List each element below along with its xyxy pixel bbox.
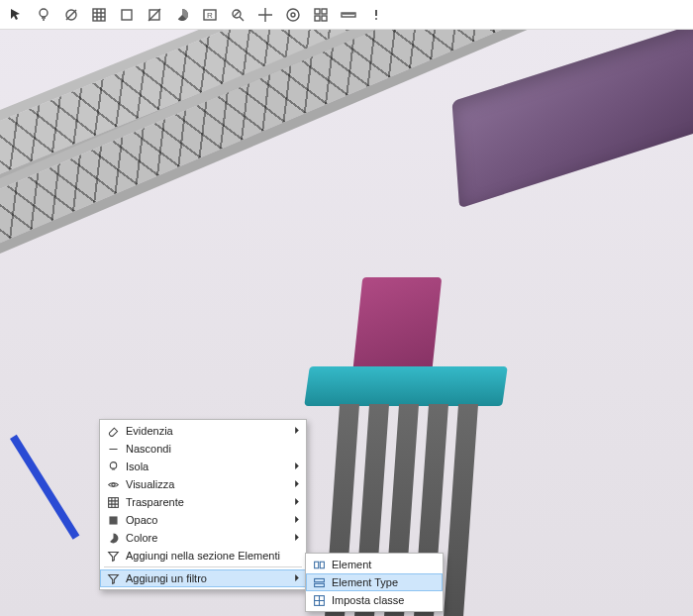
menu-separator	[104, 566, 302, 567]
class-icon	[310, 592, 328, 608]
pier-cap	[304, 366, 508, 406]
svg-rect-10	[315, 9, 320, 14]
chevron-right-icon	[290, 425, 300, 437]
top-toolbar: R	[0, 0, 693, 30]
svg-point-9	[291, 13, 295, 17]
svg-rect-11	[322, 9, 327, 14]
ctx-label: Colore	[126, 532, 290, 544]
ctx-label: Opaco	[126, 514, 290, 526]
minus-icon	[104, 441, 122, 457]
svg-point-15	[375, 18, 377, 20]
ctx-label: Evidenzia	[126, 425, 290, 437]
svg-rect-13	[322, 16, 327, 21]
svg-rect-22	[314, 578, 324, 581]
chevron-right-icon	[290, 532, 300, 544]
svg-rect-20	[314, 562, 318, 568]
sub-item-element[interactable]: Element	[306, 556, 443, 573]
highlight-icon	[104, 423, 122, 439]
svg-rect-12	[315, 16, 320, 21]
square-icon	[104, 512, 122, 528]
context-submenu: Element Element Type Imposta classe	[305, 553, 444, 612]
f-circle-icon[interactable]	[283, 5, 303, 25]
svg-rect-19	[109, 516, 117, 524]
svg-point-0	[40, 9, 48, 17]
selected-strut	[10, 435, 79, 540]
chevron-right-icon	[290, 496, 300, 508]
ctx-label: Aggiungi un filtro	[126, 572, 290, 584]
bridge-deck-box	[451, 30, 693, 208]
chevron-right-icon	[290, 478, 300, 490]
sub-item-imposta-classe[interactable]: Imposta classe	[306, 591, 443, 609]
ctx-label: Trasparente	[126, 496, 290, 508]
ctx-label: Visualizza	[126, 478, 290, 490]
square-slash-icon[interactable]	[145, 5, 164, 25]
svg-rect-18	[108, 497, 118, 507]
ruler-icon[interactable]	[339, 5, 358, 25]
svg-text:R: R	[207, 11, 213, 20]
grid-icon[interactable]	[89, 5, 109, 25]
sub-label: Element	[332, 559, 437, 570]
svg-rect-23	[314, 583, 324, 586]
grid2-icon[interactable]	[311, 5, 331, 25]
svg-point-16	[110, 462, 117, 468]
sub-item-element-type[interactable]: Element Type	[306, 573, 443, 591]
pie-icon	[104, 530, 122, 546]
pie-icon[interactable]	[172, 5, 192, 25]
exclaim-icon[interactable]	[366, 5, 386, 25]
ctx-item-opaco[interactable]: Opaco	[100, 511, 306, 529]
chevron-right-icon	[290, 514, 300, 526]
chevron-right-icon	[290, 461, 300, 472]
context-menu: Evidenzia Nascondi Isola Visualizza Tras…	[99, 419, 307, 590]
ctx-item-nascondi[interactable]: Nascondi	[100, 440, 306, 458]
square-icon[interactable]	[117, 5, 137, 25]
ctx-item-add-filter[interactable]: Aggiungi un filtro	[100, 569, 306, 587]
lightbulb-icon[interactable]	[34, 5, 53, 25]
lightbulb-icon	[104, 459, 122, 474]
chevron-right-icon	[290, 572, 300, 584]
ctx-item-colore[interactable]: Colore	[100, 529, 306, 547]
svg-rect-21	[320, 562, 324, 568]
magnify-icon[interactable]	[228, 5, 248, 25]
ctx-label: Aggiungi nella sezione Elementi	[126, 550, 290, 562]
crosshair-icon[interactable]	[255, 5, 275, 25]
filter-plus-icon	[104, 548, 122, 564]
ctx-item-trasparente[interactable]: Trasparente	[100, 493, 306, 511]
element-icon	[310, 557, 328, 572]
svg-point-8	[287, 9, 299, 21]
ctx-item-isola[interactable]: Isola	[100, 458, 306, 475]
cursor-icon[interactable]	[6, 5, 26, 25]
ctx-item-visualizza[interactable]: Visualizza	[100, 475, 306, 493]
grid-icon	[104, 494, 122, 510]
slash-icon[interactable]	[61, 5, 81, 25]
svg-rect-2	[93, 9, 105, 21]
element-type-icon	[310, 574, 328, 590]
sub-label: Element Type	[332, 576, 437, 588]
ctx-label: Isola	[126, 461, 290, 472]
svg-rect-3	[122, 10, 132, 20]
pile	[443, 404, 478, 616]
eye-icon	[104, 476, 122, 492]
revit-icon[interactable]: R	[200, 5, 220, 25]
svg-point-17	[111, 482, 114, 485]
sub-label: Imposta classe	[332, 594, 437, 606]
filter-icon	[104, 570, 122, 586]
ctx-item-add-section[interactable]: Aggiungi nella sezione Elementi	[100, 547, 306, 565]
ctx-item-evidenzia[interactable]: Evidenzia	[100, 422, 306, 440]
ctx-label: Nascondi	[126, 443, 290, 455]
